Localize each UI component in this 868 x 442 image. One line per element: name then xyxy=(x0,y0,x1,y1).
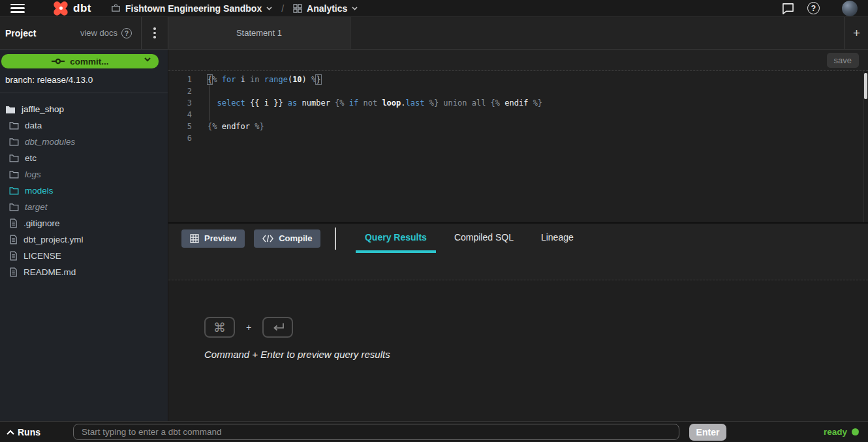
user-avatar[interactable] xyxy=(842,1,858,16)
code-line[interactable]: select {{ i }} as number {% if not loop.… xyxy=(208,97,868,109)
compile-button[interactable]: Compile xyxy=(254,229,320,248)
shortcut-hint: Command + Enter to preview query results xyxy=(204,349,868,360)
tree-item-etc[interactable]: etc xyxy=(0,150,168,166)
results-controls: Preview Compile Query Results Compiled S… xyxy=(168,224,868,253)
commit-button-label: commit... xyxy=(70,57,108,66)
code-lines[interactable]: {% for i in range(10) %} select {{ i }} … xyxy=(202,71,868,222)
code-gutter: 123456 xyxy=(168,71,202,222)
tree-item-data[interactable]: data xyxy=(0,117,168,134)
code-line[interactable]: {% for i in range(10) %} xyxy=(208,74,868,85)
editor-pane: save 123456 {% for i in range(10) %} sel… xyxy=(168,50,868,421)
line-number: 6 xyxy=(168,132,192,144)
folder-icon xyxy=(9,203,19,211)
grid-icon xyxy=(293,4,302,13)
tree-item-models[interactable]: models xyxy=(0,183,168,199)
tab-statement-1[interactable]: Statement 1 xyxy=(168,17,350,49)
tree-item-logs[interactable]: logs xyxy=(0,166,168,183)
runs-label: Runs xyxy=(18,427,40,437)
help-icon[interactable]: ? xyxy=(807,2,820,14)
new-tab-button[interactable]: + xyxy=(845,17,868,49)
folder-open-icon xyxy=(5,105,16,114)
commit-button[interactable]: commit... xyxy=(1,54,159,68)
editor-scrollbar[interactable] xyxy=(863,71,868,222)
dbt-command-input[interactable] xyxy=(73,424,679,440)
status-dot xyxy=(852,428,859,435)
hamburger-icon[interactable] xyxy=(10,4,25,13)
dbt-ide-app: dbt Fishtown Engineering Sandbox / Analy… xyxy=(0,0,868,442)
dbt-logo-text: dbt xyxy=(73,2,91,15)
tree-item-label: target xyxy=(25,202,48,212)
tree-item-dbt-project-yml[interactable]: dbt_project.yml xyxy=(0,231,168,248)
runs-toggle[interactable]: Runs xyxy=(7,427,73,437)
indent-guide xyxy=(209,85,209,121)
dbt-logo[interactable]: dbt xyxy=(52,0,91,17)
tree-item-readme-md[interactable]: README.md xyxy=(0,264,168,280)
tree-item-dbt-modules[interactable]: dbt_modules xyxy=(0,134,168,150)
sidebar-header: Project view docs ? xyxy=(0,17,168,49)
account-name: Fishtown Engineering Sandbox xyxy=(125,3,262,14)
view-docs-link[interactable]: view docs ? xyxy=(80,28,132,38)
compile-button-label: Compile xyxy=(279,233,312,243)
results-body: ⌘ + Command + Enter to preview query res… xyxy=(168,280,868,421)
chevron-up-icon xyxy=(7,430,14,435)
tab-query-results[interactable]: Query Results xyxy=(356,224,436,253)
tab-lineage[interactable]: Lineage xyxy=(532,224,583,253)
tree-item-jaffle-shop[interactable]: jaffle_shop xyxy=(0,101,168,117)
chevron-down-icon[interactable] xyxy=(144,57,151,62)
tree-item-label: README.md xyxy=(23,267,76,277)
chevron-down-icon xyxy=(266,7,272,10)
status-bar: Runs Enter ready xyxy=(0,421,868,442)
tree-item-target[interactable]: target xyxy=(0,199,168,215)
tab-compiled-sql[interactable]: Compiled SQL xyxy=(445,224,523,253)
line-number: 4 xyxy=(168,109,192,121)
code-editor[interactable]: 123456 {% for i in range(10) %} select {… xyxy=(168,71,868,222)
preview-button-label: Preview xyxy=(204,233,236,243)
project-switcher[interactable]: Analytics xyxy=(293,3,358,14)
git-commit-icon xyxy=(51,57,65,65)
folder-icon xyxy=(9,121,19,130)
chevron-down-icon xyxy=(352,7,358,10)
tree-item-label: dbt_modules xyxy=(25,137,75,147)
results-tabs: Query Results Compiled SQL Lineage xyxy=(356,224,592,253)
table-icon xyxy=(190,234,199,243)
tree-item-label: logs xyxy=(25,169,41,179)
command-key-icon: ⌘ xyxy=(204,317,235,338)
line-number: 1 xyxy=(168,74,192,85)
code-line[interactable] xyxy=(208,109,868,121)
folder-icon xyxy=(9,138,19,146)
scrollbar-thumb[interactable] xyxy=(864,73,867,99)
save-button[interactable]: save xyxy=(827,53,859,68)
key-plus-separator: + xyxy=(246,322,251,332)
tree-item-label: etc xyxy=(25,153,37,163)
code-line[interactable] xyxy=(208,85,868,97)
editor-toolbar: save xyxy=(168,50,868,71)
results-panel: Preview Compile Query Results Compiled S… xyxy=(168,222,868,421)
dbt-logo-icon xyxy=(52,0,69,17)
enter-key-icon xyxy=(262,317,293,338)
kebab-menu-icon[interactable] xyxy=(142,27,168,38)
tree-item-label: data xyxy=(25,121,42,130)
tree-item--gitignore[interactable]: .gitignore xyxy=(0,215,168,231)
folder-icon xyxy=(9,154,19,162)
tree-item-label: dbt_project.yml xyxy=(23,235,84,244)
file-tree: jaffle_shopdatadbt_modulesetclogsmodelst… xyxy=(0,93,168,280)
tree-item-label: LICENSE xyxy=(23,251,61,261)
preview-button[interactable]: Preview xyxy=(181,229,245,248)
ready-status: ready xyxy=(824,427,859,437)
code-line[interactable] xyxy=(208,132,868,144)
line-number: 3 xyxy=(168,97,192,109)
file-icon xyxy=(9,235,18,244)
line-number: 5 xyxy=(168,121,192,132)
folder-icon xyxy=(9,186,19,195)
folder-icon xyxy=(9,170,19,179)
briefcase-icon xyxy=(111,3,121,13)
file-icon xyxy=(9,218,18,228)
tree-item-label: models xyxy=(25,186,54,196)
account-switcher[interactable]: Fishtown Engineering Sandbox xyxy=(111,3,272,14)
code-line[interactable]: {% endfor %} xyxy=(208,121,868,132)
chat-icon[interactable] xyxy=(782,3,794,14)
tree-item-license[interactable]: LICENSE xyxy=(0,248,168,264)
divider xyxy=(335,228,336,250)
header-row: Project view docs ? Statement 1 + xyxy=(0,17,868,50)
enter-button[interactable]: Enter xyxy=(689,424,726,441)
